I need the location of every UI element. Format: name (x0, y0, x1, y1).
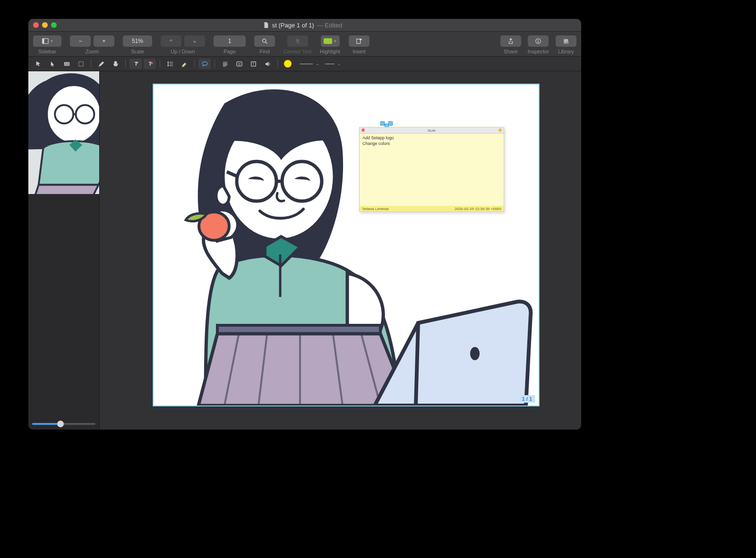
svg-text:T: T (252, 62, 254, 66)
page-indicator: 1 / 1 (519, 395, 535, 403)
select-tool[interactable] (46, 59, 59, 69)
workspace: Note Add Setapp logo Change colors Tetia… (28, 71, 581, 430)
scale-value-button[interactable]: 51% (123, 35, 152, 47)
svg-text:T: T (148, 61, 152, 67)
document-page[interactable]: Note Add Setapp logo Change colors Tetia… (153, 84, 540, 406)
insert-group: Insert (349, 35, 369, 54)
hand-tool[interactable] (109, 59, 121, 69)
note-title: Note (428, 128, 436, 133)
note-footer: Tetiana Leheida 2020-02-25 13:38:39 +000… (360, 206, 504, 211)
minimize-window-button[interactable] (42, 22, 48, 28)
highlight-label: Highlight (320, 49, 340, 54)
sidebar-toggle-button[interactable]: ▾ (33, 35, 61, 47)
link-tool[interactable]: T (247, 59, 259, 69)
share-label: Share (504, 49, 517, 54)
sound-tool[interactable] (261, 59, 274, 69)
note-author: Tetiana Leheida (362, 207, 389, 211)
sticky-note[interactable]: Note Add Setapp logo Change colors Tetia… (359, 127, 504, 212)
svg-text:AB: AB (64, 62, 69, 66)
insert-label: Insert (352, 49, 366, 54)
svg-rect-7 (538, 41, 539, 42)
correct-text-label: Correct Text (284, 49, 311, 54)
library-label: Library (558, 49, 574, 54)
document-icon (263, 22, 269, 28)
annotation-toolbar: AB T T T ⌄ ⌄ (28, 57, 581, 71)
close-window-button[interactable] (33, 22, 39, 28)
thumbnail-sidebar (28, 71, 100, 430)
linespacing-tool[interactable] (164, 59, 176, 69)
insert-button[interactable] (349, 35, 369, 47)
correct-text-button[interactable] (287, 35, 308, 47)
svg-rect-17 (236, 61, 241, 66)
inspector-label: Inspector (528, 49, 549, 54)
yellow-swatch-icon (284, 60, 292, 68)
page-label: Page (223, 49, 236, 54)
right-tool-group: Share Inspector Library (500, 35, 576, 54)
marker-tool[interactable] (178, 59, 190, 69)
sidebar-group: ▾ Sidebar (33, 35, 61, 54)
highlight-swatch (324, 38, 332, 44)
crop-tool[interactable] (75, 59, 87, 69)
line-end-picker[interactable]: ⌄ (325, 61, 341, 66)
titlebar: st (Page 1 of 1) — Edited (28, 19, 581, 32)
share-button[interactable] (500, 35, 521, 47)
updown-label: Up / Down (171, 49, 195, 54)
highlight-group: ▾ Highlight (320, 35, 340, 54)
note-minimize-icon[interactable] (498, 128, 502, 132)
page-thumbnail[interactable] (28, 71, 99, 194)
main-toolbar: ▾ Sidebar − + Zoom 51% Scale (28, 32, 581, 57)
svg-point-6 (538, 40, 539, 41)
note-line-1: Add Setapp logo (362, 135, 501, 141)
zoom-in-button[interactable]: + (94, 35, 114, 47)
find-button[interactable] (254, 35, 275, 47)
updown-group: Up / Down (161, 35, 205, 54)
inspector-button[interactable] (528, 35, 549, 47)
note-titlebar[interactable]: Note (360, 127, 504, 134)
svg-rect-10 (78, 61, 83, 66)
document-name: st (Page 1 of 1) (272, 22, 314, 29)
fullscreen-window-button[interactable] (51, 22, 57, 28)
svg-point-16 (202, 61, 207, 65)
form-tool[interactable] (233, 59, 245, 69)
canvas[interactable]: Note Add Setapp logo Change colors Tetia… (100, 71, 581, 430)
svg-point-31 (470, 347, 480, 360)
thumbnail-illustration (28, 71, 99, 194)
highlight-button[interactable]: ▾ (321, 35, 340, 47)
find-group: Find (254, 35, 275, 54)
window-controls (33, 22, 57, 28)
sidebar-label: Sidebar (38, 49, 56, 54)
page-up-button[interactable] (161, 35, 181, 47)
thumbnail-zoom-slider[interactable] (32, 423, 95, 425)
note-body[interactable]: Add Setapp logo Change colors (360, 134, 504, 148)
paragraph-tool[interactable] (219, 59, 231, 69)
library-button[interactable] (556, 35, 576, 47)
zoom-label: Zoom (86, 49, 99, 54)
note-timestamp: 2020-02-25 13:38:39 +0000 (455, 207, 501, 211)
edit-select-tool[interactable] (32, 59, 44, 69)
window-title: st (Page 1 of 1) — Edited (60, 22, 544, 29)
svg-point-2 (263, 39, 266, 42)
color-swatch-button[interactable] (282, 59, 294, 69)
zoom-out-button[interactable]: − (70, 35, 91, 47)
text-remove-tool[interactable]: T (144, 59, 156, 69)
correct-text-group: Correct Text (284, 35, 311, 54)
page-number-field[interactable]: 1 (214, 35, 246, 47)
note-close-icon[interactable] (361, 128, 365, 132)
page-group: 1 Page (214, 35, 246, 54)
scale-group: 51% Scale (123, 35, 152, 54)
callout-tool[interactable] (198, 59, 211, 69)
zoom-group: − + Zoom (70, 35, 114, 54)
svg-rect-1 (42, 39, 44, 44)
scale-label: Scale (131, 49, 144, 54)
note-line-2: Change colors (362, 141, 501, 147)
text-add-tool[interactable]: T (129, 59, 142, 69)
page-down-button[interactable] (184, 35, 205, 47)
svg-line-3 (266, 42, 267, 44)
svg-rect-15 (181, 66, 184, 67)
app-window: st (Page 1 of 1) — Edited ▾ Sidebar − + … (28, 19, 581, 430)
textbox-tool[interactable]: AB (60, 59, 73, 69)
stroke-style-picker[interactable]: ⌄ (300, 61, 319, 66)
pencil-tool[interactable] (95, 59, 107, 69)
edited-indicator: — Edited (317, 22, 342, 29)
find-label: Find (259, 49, 269, 54)
